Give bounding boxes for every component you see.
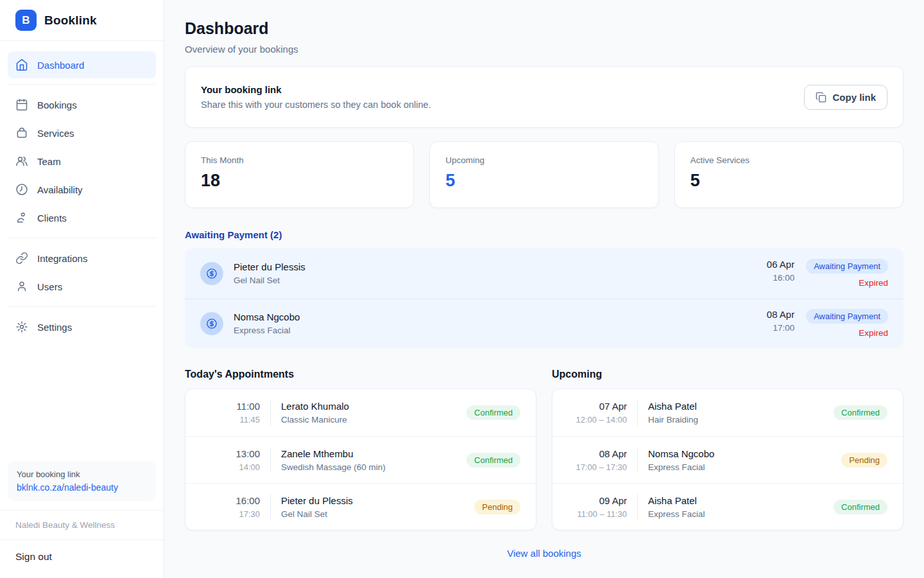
client-name: Zanele Mthembu	[281, 448, 466, 459]
awaiting-payment-panel: Pieter du Plessis Gel Nail Set 06 Apr 16…	[185, 249, 903, 348]
client-person-icon	[15, 211, 28, 224]
time-range: 11:00 – 11:30	[568, 509, 627, 519]
stat-label: Active Services	[690, 155, 887, 165]
booking-link-label: Your booking link	[17, 469, 147, 479]
sidebar-item-clients[interactable]: Clients	[8, 204, 156, 232]
time-range: 17:00 – 17:30	[568, 462, 627, 472]
copy-link-label: Copy link	[832, 92, 876, 103]
client-name: Aisha Patel	[648, 495, 834, 506]
stat-value: 18	[201, 171, 398, 191]
dollar-circle-icon	[200, 312, 223, 335]
appointment-times: 09 Apr 11:00 – 11:30	[568, 495, 627, 519]
appointment-row[interactable]: 07 Apr 12:00 – 14:00 Aisha Patel Hair Br…	[552, 389, 903, 436]
end-time: 11:45	[201, 415, 260, 425]
link-icon	[15, 252, 28, 265]
sidebar-item-label: Team	[37, 156, 61, 167]
stat-label: Upcoming	[445, 155, 642, 165]
client-name: Pieter du Plessis	[234, 261, 767, 272]
sidebar-item-services[interactable]: Services	[8, 119, 156, 147]
sidebar-item-availability[interactable]: Availability	[8, 175, 156, 204]
appointment-info: Zanele Mthembu Swedish Massage (60 min)	[281, 448, 466, 472]
awaiting-payment-meta: 08 Apr 17:00 Awaiting Payment Expired	[767, 309, 888, 338]
appointment-row[interactable]: 08 Apr 17:00 – 17:30 Nomsa Ngcobo Expres…	[552, 436, 903, 483]
divider	[270, 494, 271, 520]
appointment-times: 16:00 17:30	[201, 495, 260, 519]
sidebar-item-label: Users	[37, 281, 62, 292]
start-time: 16:00	[201, 495, 260, 506]
awaiting-payment-info: Nomsa Ngcobo Express Facial	[234, 311, 767, 335]
appointment-info: Nomsa Ngcobo Express Facial	[648, 448, 841, 472]
sidebar-item-bookings[interactable]: Bookings	[8, 91, 156, 119]
divider	[637, 447, 638, 473]
sidebar-item-label: Bookings	[37, 100, 77, 110]
sidebar-item-label: Clients	[37, 213, 67, 223]
awaiting-payment-row[interactable]: Nomsa Ngcobo Express Facial 08 Apr 17:00…	[185, 299, 903, 349]
stats-row: This Month 18 Upcoming 5 Active Services…	[185, 141, 903, 208]
appointment-time: 16:00	[767, 273, 794, 283]
appointment-row[interactable]: 11:00 11:45 Lerato Khumalo Classic Manic…	[185, 389, 536, 436]
sidebar-item-dashboard[interactable]: Dashboard	[8, 51, 156, 78]
end-time: 17:30	[201, 509, 260, 519]
stat-card-upcoming: Upcoming 5	[429, 141, 658, 208]
status-badge: Awaiting Payment	[806, 309, 888, 324]
sidebar-item-label: Integrations	[37, 253, 87, 264]
service-name: Express Facial	[648, 462, 841, 472]
appointment-row[interactable]: 16:00 17:30 Pieter du Plessis Gel Nail S…	[185, 483, 536, 530]
bag-icon	[15, 127, 28, 139]
stat-label: This Month	[201, 155, 398, 165]
awaiting-payment-heading: Awaiting Payment (2)	[185, 229, 903, 240]
client-name: Nomsa Ngcobo	[234, 311, 767, 322]
service-name: Swedish Massage (60 min)	[281, 462, 466, 472]
status-badge: Confirmed	[466, 453, 520, 468]
dollar-circle-icon	[200, 262, 223, 285]
stat-card-this-month: This Month 18	[185, 141, 414, 208]
appointment-info: Aisha Patel Express Facial	[648, 495, 834, 519]
awaiting-payment-status: Awaiting Payment Expired	[806, 259, 888, 288]
status-badge: Confirmed	[834, 405, 887, 420]
sign-out-button[interactable]: Sign out	[0, 539, 164, 578]
service-name: Gel Nail Set	[281, 509, 474, 519]
gear-icon	[15, 320, 28, 333]
booking-link-card-text: Your booking link Share this with your c…	[201, 84, 431, 110]
view-all-bookings-link[interactable]: View all bookings	[507, 548, 581, 559]
expired-label: Expired	[859, 328, 888, 338]
brand-name: Booklink	[44, 13, 97, 28]
status-badge: Confirmed	[466, 405, 520, 420]
brand: B Booklink	[0, 0, 164, 41]
service-name: Express Facial	[648, 509, 834, 519]
divider	[637, 494, 638, 520]
client-name: Lerato Khumalo	[281, 401, 466, 412]
appointment-times: 13:00 14:00	[201, 448, 260, 472]
sidebar-bottom: Your booking link bklnk.co.za/naledi-bea…	[0, 461, 164, 578]
main-content: Dashboard Overview of your bookings Your…	[164, 0, 924, 578]
appointment-row[interactable]: 09 Apr 11:00 – 11:30 Aisha Patel Express…	[552, 483, 903, 530]
booking-link-url[interactable]: bklnk.co.za/naledi-beauty	[17, 482, 147, 493]
service-name: Gel Nail Set	[234, 276, 767, 285]
sidebar-item-label: Services	[37, 128, 74, 139]
nav-divider	[8, 306, 156, 307]
upcoming-column: Upcoming 07 Apr 12:00 – 14:00 Aisha Pate…	[552, 369, 903, 530]
todays-appointments-card: 11:00 11:45 Lerato Khumalo Classic Manic…	[185, 389, 536, 530]
divider	[637, 399, 638, 426]
lists-section: Today's Appointments 11:00 11:45 Lerato …	[185, 369, 903, 530]
stat-card-active-services: Active Services 5	[674, 141, 903, 208]
client-name: Nomsa Ngcobo	[648, 448, 841, 459]
client-name: Pieter du Plessis	[281, 495, 474, 506]
awaiting-payment-row[interactable]: Pieter du Plessis Gel Nail Set 06 Apr 16…	[185, 249, 903, 299]
nav-divider	[8, 84, 156, 85]
view-all-container: View all bookings	[185, 548, 903, 559]
sidebar-item-team[interactable]: Team	[8, 147, 156, 175]
sidebar: B Booklink Dashboard Bookings Services	[0, 0, 164, 578]
sidebar-item-users[interactable]: Users	[8, 272, 156, 301]
sidebar-item-settings[interactable]: Settings	[8, 313, 156, 341]
appointment-row[interactable]: 13:00 14:00 Zanele Mthembu Swedish Massa…	[185, 436, 536, 483]
home-icon	[15, 58, 28, 71]
users-group-icon	[15, 155, 28, 168]
sidebar-item-integrations[interactable]: Integrations	[8, 244, 156, 272]
user-icon	[15, 280, 28, 293]
upcoming-card: 07 Apr 12:00 – 14:00 Aisha Patel Hair Br…	[552, 389, 903, 530]
appointment-datetime: 06 Apr 16:00	[767, 259, 794, 283]
time-range: 12:00 – 14:00	[568, 415, 627, 425]
awaiting-payment-info: Pieter du Plessis Gel Nail Set	[234, 261, 767, 285]
copy-link-button[interactable]: Copy link	[804, 85, 887, 110]
